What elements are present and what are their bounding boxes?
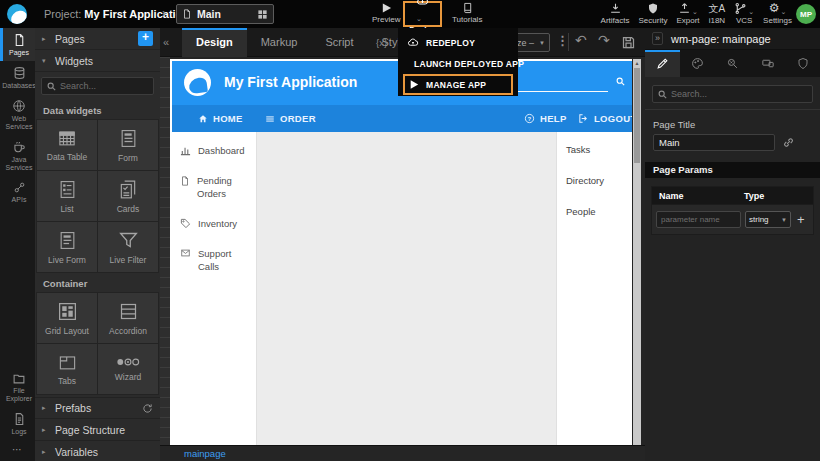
properties-search-input[interactable] [671,89,807,99]
add-page-button[interactable]: + [138,31,153,46]
bind-link-icon[interactable] [782,136,795,149]
artifacts-button[interactable]: Artifacts [601,2,630,25]
widget-search[interactable] [41,77,154,95]
collapse-right-panel-icon[interactable]: » [652,32,663,45]
canvas-scrollbar[interactable]: ▲ [633,59,641,445]
rail-item-web-services[interactable]: Web Services [0,94,35,135]
rail-label: Pages [9,49,29,57]
widget-tile-tabs[interactable]: Tabs [37,344,97,394]
page-selector[interactable]: Main [176,4,274,24]
menu-item-manage-app[interactable]: MANAGE APP [405,76,511,93]
rail-item-apis[interactable]: APIs [0,176,35,208]
preview-button[interactable]: Preview [372,2,400,24]
open-page-tab[interactable]: mainpage [184,448,226,459]
undo-icon[interactable]: ↶ [575,32,587,48]
refresh-icon[interactable] [142,403,153,414]
rail-item-pages[interactable]: Pages [0,28,35,61]
properties-search[interactable] [652,85,813,103]
tab-markup[interactable]: Markup [247,28,312,57]
app-content-region: Dashboard Pending Orders Inventory Suppo… [172,132,632,445]
app-sidebar-item-support-calls[interactable]: Support Calls [180,247,248,273]
wavemaker-logo-icon[interactable] [7,4,27,24]
filter-funnel-icon [118,230,139,251]
variables-section-header[interactable]: ▸ Variables [35,441,160,461]
pages-section-header[interactable]: ▸ Pages + [35,28,160,50]
nav-item-home[interactable]: HOME [198,105,243,132]
tab-design[interactable]: Design [182,28,247,57]
tab-security[interactable] [785,50,820,77]
widget-tile-accordion[interactable]: Accordion [98,293,158,343]
menu-item-launch-deployed-app[interactable]: LAUNCH DEPLOYED APP [398,53,518,74]
app-sidebar-item-dashboard[interactable]: Dashboard [180,144,248,157]
widget-search-input[interactable] [60,81,148,91]
app-right-list-widget[interactable]: Tasks Directory People [556,132,632,445]
database-icon [13,66,26,80]
app-sidebar-item-pending-orders[interactable]: Pending Orders [180,174,248,200]
menu-item-redeploy[interactable]: REDEPLOY [398,32,518,53]
app-list-item-tasks[interactable]: Tasks [566,144,623,155]
security-button[interactable]: Security [639,2,668,25]
deploy-button[interactable]: ⌄ Deploy [403,1,442,27]
widget-tile-list[interactable]: List [37,171,97,221]
redo-icon[interactable]: ↷ [598,32,610,48]
rail-item-logs[interactable]: Logs [0,407,35,440]
rail-item-java-services[interactable]: Java Services [0,135,35,176]
tile-label: Data Table [47,152,87,162]
widgets-section-header[interactable]: ▾ Widgets [35,50,160,72]
prefabs-section-header[interactable]: ▸ Prefabs [35,397,160,419]
widget-tile-cards[interactable]: Cards [98,171,158,221]
page-structure-section-header[interactable]: ▸ Page Structure [35,419,160,441]
page-title-input[interactable] [653,134,775,151]
vcs-label: VCS [736,16,752,25]
logout-icon [578,113,589,124]
user-avatar[interactable]: MP [796,4,816,24]
app-left-nav-widget[interactable]: Dashboard Pending Orders Inventory Suppo… [172,132,257,445]
add-param-button[interactable]: + [795,213,805,226]
widget-tile-grid-layout[interactable]: Grid Layout [37,293,97,343]
collapse-left-panel-icon[interactable]: « [163,36,169,48]
branch-icon [734,2,747,15]
widget-tile-data-table[interactable]: Data Table [37,120,97,170]
rail-item-file-explorer[interactable]: File Explorer [0,367,35,407]
tile-label: List [60,204,73,214]
tab-events[interactable] [715,50,750,77]
app-nav-widget[interactable]: HOME ORDER ? HELP LOGOUT [172,105,632,132]
param-name-input[interactable] [656,211,741,228]
scroll-up-icon[interactable]: ▲ [633,59,641,67]
search-icon[interactable] [616,77,625,86]
shield-outline-icon [797,57,809,70]
app-list-item-directory[interactable]: Directory [566,175,623,186]
save-icon[interactable] [621,35,636,50]
more-options-icon[interactable]: ⋯ [0,440,35,459]
app-list-item-people[interactable]: People [566,206,623,217]
menu-item-label: REDEPLOY [426,38,475,48]
tab-properties[interactable] [645,50,680,77]
vcs-button[interactable]: ⌄ VCS [734,2,754,25]
nav-item-help[interactable]: ? HELP [524,105,567,132]
app-sidebar-item-inventory[interactable]: Inventory [180,217,248,230]
app-design-canvas[interactable]: My First Application HOME ORDER ? HELP [170,59,632,445]
tab-styles[interactable] [680,50,715,77]
binding-icon[interactable]: {x} [376,37,387,48]
tab-devices[interactable] [750,50,785,77]
chevron-down-icon: ⌄ [748,9,754,15]
rail-item-databases[interactable]: Databases [0,61,35,94]
nav-item-order[interactable]: ORDER [265,105,316,132]
tab-script[interactable]: Script [311,28,367,57]
widget-tile-live-filter[interactable]: Live Filter [98,222,158,272]
gear-icon: ⚙ [769,2,780,15]
i18n-button[interactable]: 文A i18N [709,2,726,25]
nav-item-logout[interactable]: LOGOUT [578,105,632,132]
app-title[interactable]: My First Application [224,74,357,90]
settings-button[interactable]: ⚙ ⌄ Settings [763,2,792,25]
param-type-select[interactable]: string ▼ [745,211,791,228]
tutorials-button[interactable]: Tutorials [452,2,482,24]
app-main-content-area[interactable] [257,132,556,445]
section-label: Variables [55,446,153,458]
scrollbar-thumb[interactable] [634,68,640,163]
widget-tile-wizard[interactable]: Wizard [98,344,158,394]
widget-tile-form[interactable]: Form [98,120,158,170]
widget-tile-live-form[interactable]: Live Form [37,222,97,272]
export-button[interactable]: ⌄ Export [676,2,699,25]
menu-item-label: MANAGE APP [426,80,486,90]
